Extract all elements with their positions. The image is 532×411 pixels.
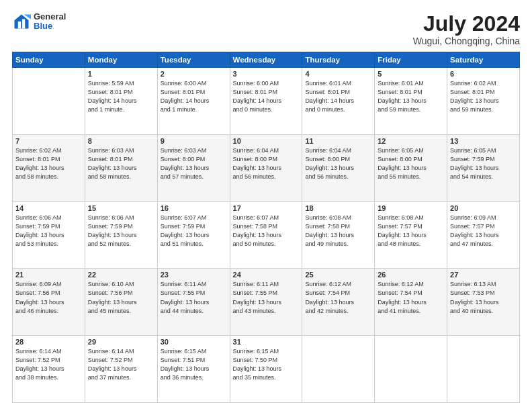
calendar-week-4: 21Sunrise: 6:09 AM Sunset: 7:56 PM Dayli…	[13, 269, 520, 336]
title-block: July 2024 Wugui, Chongqing, China	[413, 12, 520, 46]
day-info: Sunrise: 6:02 AM Sunset: 8:01 PM Dayligh…	[15, 146, 82, 181]
calendar-week-1: 1Sunrise: 5:59 AM Sunset: 8:01 PM Daylig…	[13, 68, 520, 135]
day-info: Sunrise: 6:03 AM Sunset: 8:01 PM Dayligh…	[88, 146, 154, 181]
day-number: 13	[450, 137, 517, 145]
day-number: 10	[233, 137, 300, 145]
day-number: 26	[378, 271, 444, 279]
day-info: Sunrise: 6:00 AM Sunset: 8:01 PM Dayligh…	[161, 79, 227, 114]
day-number: 2	[161, 70, 227, 78]
day-number: 27	[450, 271, 517, 279]
calendar-cell: 28Sunrise: 6:14 AM Sunset: 7:52 PM Dayli…	[13, 336, 85, 403]
calendar-header-monday: Monday	[85, 52, 157, 68]
day-info: Sunrise: 6:06 AM Sunset: 7:59 PM Dayligh…	[88, 214, 154, 248]
day-number: 23	[161, 271, 227, 279]
logo-icon	[12, 12, 31, 31]
day-info: Sunrise: 6:10 AM Sunset: 7:56 PM Dayligh…	[88, 280, 154, 315]
day-number: 30	[161, 338, 227, 346]
calendar-cell: 23Sunrise: 6:11 AM Sunset: 7:55 PM Dayli…	[157, 269, 230, 336]
calendar-cell: 16Sunrise: 6:07 AM Sunset: 7:59 PM Dayli…	[157, 201, 230, 269]
calendar-cell: 31Sunrise: 6:15 AM Sunset: 7:50 PM Dayli…	[230, 336, 302, 403]
day-number: 18	[305, 204, 371, 212]
day-number: 4	[305, 70, 371, 78]
day-number: 16	[161, 204, 227, 212]
day-info: Sunrise: 6:05 AM Sunset: 8:00 PM Dayligh…	[378, 146, 444, 181]
calendar-cell: 27Sunrise: 6:13 AM Sunset: 7:53 PM Dayli…	[447, 269, 520, 336]
calendar-cell: 5Sunrise: 6:01 AM Sunset: 8:01 PM Daylig…	[375, 68, 447, 135]
day-info: Sunrise: 6:08 AM Sunset: 7:57 PM Dayligh…	[378, 214, 444, 248]
calendar-cell	[302, 336, 375, 403]
calendar-cell: 6Sunrise: 6:02 AM Sunset: 8:01 PM Daylig…	[447, 68, 520, 135]
day-info: Sunrise: 6:12 AM Sunset: 7:54 PM Dayligh…	[305, 280, 371, 315]
day-info: Sunrise: 6:12 AM Sunset: 7:54 PM Dayligh…	[378, 280, 444, 315]
day-info: Sunrise: 6:11 AM Sunset: 7:55 PM Dayligh…	[233, 280, 300, 315]
calendar-cell: 30Sunrise: 6:15 AM Sunset: 7:51 PM Dayli…	[157, 336, 230, 403]
header: General Blue July 2024 Wugui, Chongqing,…	[12, 12, 520, 46]
day-number: 21	[15, 271, 82, 279]
day-number: 28	[15, 338, 82, 346]
subtitle: Wugui, Chongqing, China	[413, 36, 520, 46]
calendar-header-thursday: Thursday	[302, 52, 375, 68]
calendar-cell: 3Sunrise: 6:00 AM Sunset: 8:01 PM Daylig…	[230, 68, 302, 135]
calendar-cell: 4Sunrise: 6:01 AM Sunset: 8:01 PM Daylig…	[302, 68, 375, 135]
calendar-cell: 29Sunrise: 6:14 AM Sunset: 7:52 PM Dayli…	[85, 336, 157, 403]
calendar-cell: 25Sunrise: 6:12 AM Sunset: 7:54 PM Dayli…	[302, 269, 375, 336]
day-info: Sunrise: 6:04 AM Sunset: 8:00 PM Dayligh…	[305, 146, 371, 181]
svg-rect-2	[18, 21, 21, 29]
calendar-cell: 12Sunrise: 6:05 AM Sunset: 8:00 PM Dayli…	[375, 134, 447, 201]
day-number: 25	[305, 271, 371, 279]
day-info: Sunrise: 6:13 AM Sunset: 7:53 PM Dayligh…	[450, 280, 517, 315]
calendar-header-tuesday: Tuesday	[157, 52, 230, 68]
calendar-cell: 26Sunrise: 6:12 AM Sunset: 7:54 PM Dayli…	[375, 269, 447, 336]
day-info: Sunrise: 6:05 AM Sunset: 7:59 PM Dayligh…	[450, 146, 517, 181]
day-info: Sunrise: 6:02 AM Sunset: 8:01 PM Dayligh…	[450, 79, 517, 114]
calendar-cell: 11Sunrise: 6:04 AM Sunset: 8:00 PM Dayli…	[302, 134, 375, 201]
calendar-cell: 20Sunrise: 6:09 AM Sunset: 7:57 PM Dayli…	[447, 201, 520, 269]
svg-marker-0	[15, 15, 29, 29]
day-info: Sunrise: 6:14 AM Sunset: 7:52 PM Dayligh…	[15, 347, 82, 382]
day-number: 19	[378, 204, 444, 212]
calendar-cell: 9Sunrise: 6:03 AM Sunset: 8:00 PM Daylig…	[157, 134, 230, 201]
calendar-cell: 17Sunrise: 6:07 AM Sunset: 7:58 PM Dayli…	[230, 201, 302, 269]
day-info: Sunrise: 6:01 AM Sunset: 8:01 PM Dayligh…	[305, 79, 371, 114]
calendar-cell	[375, 336, 447, 403]
calendar-header-wednesday: Wednesday	[230, 52, 302, 68]
day-number: 1	[88, 70, 154, 78]
calendar-header-friday: Friday	[375, 52, 447, 68]
calendar-cell: 18Sunrise: 6:08 AM Sunset: 7:58 PM Dayli…	[302, 201, 375, 269]
day-info: Sunrise: 6:11 AM Sunset: 7:55 PM Dayligh…	[161, 280, 227, 315]
day-info: Sunrise: 6:07 AM Sunset: 7:58 PM Dayligh…	[233, 214, 300, 248]
calendar-cell: 14Sunrise: 6:06 AM Sunset: 7:59 PM Dayli…	[13, 201, 85, 269]
day-info: Sunrise: 5:59 AM Sunset: 8:01 PM Dayligh…	[88, 79, 154, 114]
calendar-week-5: 28Sunrise: 6:14 AM Sunset: 7:52 PM Dayli…	[13, 336, 520, 403]
calendar-cell: 1Sunrise: 5:59 AM Sunset: 8:01 PM Daylig…	[85, 68, 157, 135]
day-number: 5	[378, 70, 444, 78]
day-info: Sunrise: 6:07 AM Sunset: 7:59 PM Dayligh…	[161, 214, 227, 248]
main-title: July 2024	[413, 12, 520, 36]
day-info: Sunrise: 6:04 AM Sunset: 8:00 PM Dayligh…	[233, 146, 300, 181]
day-number: 24	[233, 271, 300, 279]
calendar-cell: 21Sunrise: 6:09 AM Sunset: 7:56 PM Dayli…	[13, 269, 85, 336]
calendar-header-saturday: Saturday	[447, 52, 520, 68]
calendar-week-2: 7Sunrise: 6:02 AM Sunset: 8:01 PM Daylig…	[13, 134, 520, 201]
day-info: Sunrise: 6:15 AM Sunset: 7:51 PM Dayligh…	[161, 347, 227, 382]
day-info: Sunrise: 6:09 AM Sunset: 7:57 PM Dayligh…	[450, 214, 517, 248]
calendar-header-sunday: Sunday	[13, 52, 85, 68]
calendar-week-3: 14Sunrise: 6:06 AM Sunset: 7:59 PM Dayli…	[13, 201, 520, 269]
day-info: Sunrise: 6:06 AM Sunset: 7:59 PM Dayligh…	[15, 214, 82, 248]
calendar-cell: 8Sunrise: 6:03 AM Sunset: 8:01 PM Daylig…	[85, 134, 157, 201]
day-number: 15	[88, 204, 154, 212]
calendar-cell: 2Sunrise: 6:00 AM Sunset: 8:01 PM Daylig…	[157, 68, 230, 135]
day-number: 3	[233, 70, 300, 78]
calendar-cell	[13, 68, 85, 135]
calendar-cell: 7Sunrise: 6:02 AM Sunset: 8:01 PM Daylig…	[13, 134, 85, 201]
day-info: Sunrise: 6:00 AM Sunset: 8:01 PM Dayligh…	[233, 79, 300, 114]
day-number: 7	[15, 137, 82, 145]
day-info: Sunrise: 6:03 AM Sunset: 8:00 PM Dayligh…	[161, 146, 227, 181]
day-number: 6	[450, 70, 517, 78]
calendar-cell: 22Sunrise: 6:10 AM Sunset: 7:56 PM Dayli…	[85, 269, 157, 336]
logo-general: General	[34, 12, 66, 21]
day-number: 9	[161, 137, 227, 145]
day-info: Sunrise: 6:08 AM Sunset: 7:58 PM Dayligh…	[305, 214, 371, 248]
svg-rect-3	[22, 19, 25, 29]
logo-text: General Blue	[34, 12, 66, 32]
